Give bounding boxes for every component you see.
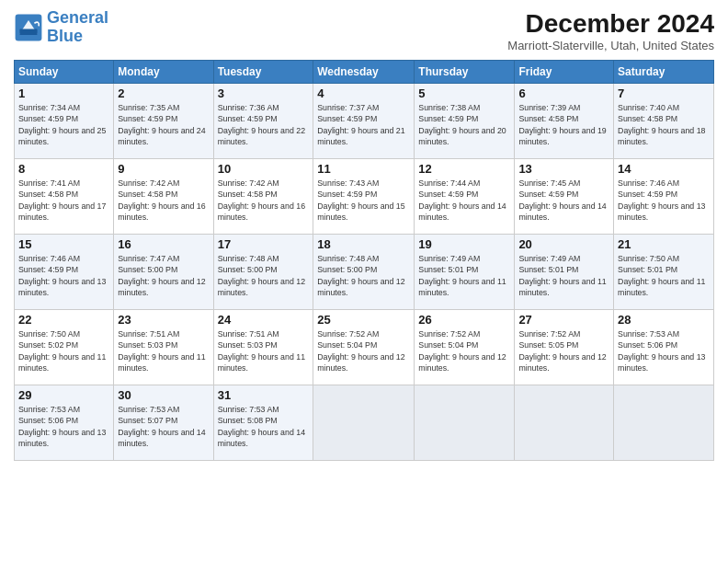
sunset-text: Sunset: 4:59 PM	[118, 114, 177, 123]
sunset-text: Sunset: 4:59 PM	[18, 265, 78, 274]
sunset-text: Sunset: 5:01 PM	[518, 265, 578, 274]
table-row: 18Sunrise: 7:48 AMSunset: 5:00 PMDayligh…	[313, 235, 415, 310]
sunrise-text: Sunrise: 7:49 AM	[418, 254, 480, 263]
table-row: 15Sunrise: 7:46 AMSunset: 4:59 PMDayligh…	[15, 235, 114, 310]
day-info: Sunrise: 7:52 AMSunset: 5:05 PMDaylight:…	[518, 328, 609, 373]
sunrise-text: Sunrise: 7:48 AM	[218, 254, 279, 263]
sunset-text: Sunset: 4:59 PM	[218, 114, 278, 123]
day-info: Sunrise: 7:53 AMSunset: 5:08 PMDaylight:…	[218, 404, 310, 449]
table-row: 9Sunrise: 7:42 AMSunset: 4:58 PMDaylight…	[114, 159, 213, 235]
sunrise-text: Sunrise: 7:41 AM	[18, 178, 80, 188]
day-info: Sunrise: 7:51 AMSunset: 5:03 PMDaylight:…	[118, 328, 209, 373]
day-info: Sunrise: 7:38 AMSunset: 4:59 PMDaylight:…	[418, 102, 510, 147]
table-row: 24Sunrise: 7:51 AMSunset: 5:03 PMDayligh…	[213, 310, 313, 385]
sunset-text: Sunset: 5:00 PM	[317, 265, 377, 274]
day-number: 8	[18, 162, 109, 176]
sunrise-text: Sunrise: 7:42 AM	[118, 178, 179, 188]
day-info: Sunrise: 7:39 AMSunset: 4:58 PMDaylight:…	[518, 102, 609, 147]
daylight-text: Daylight: 9 hours and 19 minutes.	[518, 126, 606, 146]
day-number: 11	[317, 162, 410, 176]
daylight-text: Daylight: 9 hours and 11 minutes.	[118, 352, 205, 373]
daylight-text: Daylight: 9 hours and 13 minutes.	[18, 428, 106, 448]
sunrise-text: Sunrise: 7:50 AM	[18, 329, 80, 339]
day-number: 30	[118, 388, 209, 402]
day-number: 26	[418, 313, 510, 327]
day-number: 1	[18, 86, 109, 100]
sunset-text: Sunset: 4:58 PM	[618, 114, 677, 123]
calendar-header-row: Sunday Monday Tuesday Wednesday Thursday…	[15, 61, 714, 84]
day-number: 14	[618, 162, 710, 176]
table-row	[313, 385, 415, 461]
sunrise-text: Sunrise: 7:48 AM	[317, 254, 379, 263]
day-info: Sunrise: 7:48 AMSunset: 5:00 PMDaylight:…	[317, 253, 410, 298]
table-row	[515, 385, 614, 461]
location: Marriott-Slaterville, Utah, United State…	[507, 39, 714, 52]
col-sunday: Sunday	[15, 61, 114, 84]
daylight-text: Daylight: 9 hours and 16 minutes.	[218, 201, 305, 222]
sunrise-text: Sunrise: 7:53 AM	[18, 405, 80, 414]
day-number: 2	[118, 86, 209, 100]
sunset-text: Sunset: 4:58 PM	[518, 114, 578, 123]
table-row: 7Sunrise: 7:40 AMSunset: 4:58 PMDaylight…	[614, 84, 714, 159]
sunrise-text: Sunrise: 7:53 AM	[118, 405, 179, 414]
day-number: 5	[418, 86, 510, 100]
daylight-text: Daylight: 9 hours and 12 minutes.	[518, 352, 606, 373]
table-row	[614, 385, 714, 461]
sunrise-text: Sunrise: 7:35 AM	[118, 103, 179, 112]
page: General Blue December 2024 Marriott-Slat…	[0, 0, 728, 563]
sunrise-text: Sunrise: 7:46 AM	[618, 178, 679, 188]
daylight-text: Daylight: 9 hours and 24 minutes.	[118, 126, 205, 146]
sunrise-text: Sunrise: 7:51 AM	[218, 329, 279, 339]
table-row: 11Sunrise: 7:43 AMSunset: 4:59 PMDayligh…	[313, 159, 415, 235]
logo: General Blue	[14, 9, 108, 46]
title-block: December 2024 Marriott-Slaterville, Utah…	[507, 9, 714, 52]
sunrise-text: Sunrise: 7:52 AM	[518, 329, 580, 339]
day-number: 16	[118, 237, 209, 251]
table-row: 26Sunrise: 7:52 AMSunset: 5:04 PMDayligh…	[415, 310, 515, 385]
calendar-week-row: 15Sunrise: 7:46 AMSunset: 4:59 PMDayligh…	[15, 235, 714, 310]
day-info: Sunrise: 7:53 AMSunset: 5:07 PMDaylight:…	[118, 404, 209, 449]
table-row: 8Sunrise: 7:41 AMSunset: 4:58 PMDaylight…	[15, 159, 114, 235]
day-number: 24	[218, 313, 310, 327]
day-info: Sunrise: 7:51 AMSunset: 5:03 PMDaylight:…	[218, 328, 310, 373]
logo-icon	[14, 13, 43, 42]
sunset-text: Sunset: 5:01 PM	[618, 265, 677, 274]
daylight-text: Daylight: 9 hours and 11 minutes.	[418, 277, 506, 297]
daylight-text: Daylight: 9 hours and 20 minutes.	[418, 126, 506, 146]
daylight-text: Daylight: 9 hours and 14 minutes.	[518, 201, 606, 222]
sunset-text: Sunset: 5:03 PM	[218, 340, 278, 350]
sunrise-text: Sunrise: 7:50 AM	[618, 254, 679, 263]
day-info: Sunrise: 7:52 AMSunset: 5:04 PMDaylight:…	[317, 328, 410, 373]
table-row: 19Sunrise: 7:49 AMSunset: 5:01 PMDayligh…	[415, 235, 515, 310]
sunset-text: Sunset: 4:59 PM	[618, 190, 677, 199]
sunset-text: Sunset: 4:59 PM	[317, 190, 377, 199]
day-info: Sunrise: 7:42 AMSunset: 4:58 PMDaylight:…	[218, 178, 310, 223]
day-info: Sunrise: 7:53 AMSunset: 5:06 PMDaylight:…	[618, 328, 710, 373]
day-info: Sunrise: 7:41 AMSunset: 4:58 PMDaylight:…	[18, 178, 109, 223]
table-row: 17Sunrise: 7:48 AMSunset: 5:00 PMDayligh…	[213, 235, 313, 310]
day-number: 23	[118, 313, 209, 327]
daylight-text: Daylight: 9 hours and 13 minutes.	[618, 352, 705, 373]
sunrise-text: Sunrise: 7:37 AM	[317, 103, 379, 112]
day-number: 7	[618, 86, 710, 100]
sunrise-text: Sunrise: 7:43 AM	[317, 178, 379, 188]
day-number: 10	[218, 162, 310, 176]
day-number: 20	[518, 237, 609, 251]
day-info: Sunrise: 7:50 AMSunset: 5:02 PMDaylight:…	[18, 328, 109, 373]
table-row: 22Sunrise: 7:50 AMSunset: 5:02 PMDayligh…	[15, 310, 114, 385]
sunrise-text: Sunrise: 7:44 AM	[418, 178, 480, 188]
day-info: Sunrise: 7:53 AMSunset: 5:06 PMDaylight:…	[18, 404, 109, 449]
table-row	[415, 385, 515, 461]
daylight-text: Daylight: 9 hours and 11 minutes.	[218, 352, 305, 373]
day-info: Sunrise: 7:36 AMSunset: 4:59 PMDaylight:…	[218, 102, 310, 147]
daylight-text: Daylight: 9 hours and 11 minutes.	[18, 352, 106, 373]
calendar-table: Sunday Monday Tuesday Wednesday Thursday…	[14, 60, 714, 461]
sunrise-text: Sunrise: 7:36 AM	[218, 103, 279, 112]
day-number: 9	[118, 162, 209, 176]
col-saturday: Saturday	[614, 61, 714, 84]
sunset-text: Sunset: 5:08 PM	[218, 416, 278, 425]
sunset-text: Sunset: 5:06 PM	[18, 416, 78, 425]
day-number: 28	[618, 313, 710, 327]
day-info: Sunrise: 7:34 AMSunset: 4:59 PMDaylight:…	[18, 102, 109, 147]
day-number: 13	[518, 162, 609, 176]
